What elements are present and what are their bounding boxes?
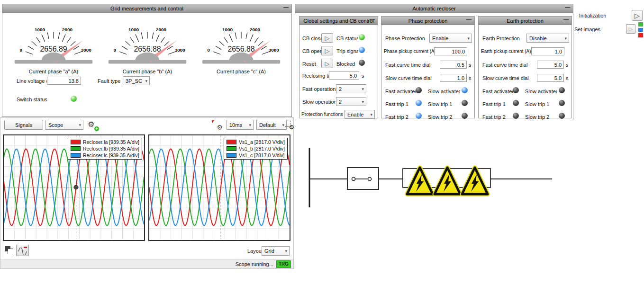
recloser-title: Automatic recloser	[412, 6, 455, 11]
svg-text:3000: 3000	[175, 47, 185, 53]
minimize-icon[interactable]: —	[283, 4, 289, 10]
reclosing-time-input[interactable]	[329, 71, 359, 80]
scope-legend: Vs1_a [2817.0 V/div] Vs1_b [2817.0 V/div…	[224, 138, 288, 160]
earth-pickup-input[interactable]	[531, 47, 564, 55]
cb-close-button[interactable]: ▷	[321, 33, 333, 43]
phase-fast-dial-label: Fast curve time dial	[385, 62, 430, 68]
chevron-down-icon: ▾	[247, 123, 253, 127]
chevron-down-icon: ▾	[143, 79, 149, 83]
sample-time-value: 10ms	[229, 122, 242, 128]
gauge-phase-a: 01000200030002656.89 Current phase "a" (…	[9, 20, 98, 74]
breaker-contact	[368, 178, 372, 181]
protection-functions-select[interactable]: Enable ▾	[345, 110, 375, 119]
hil-scada-workspace: Grid measurements and control — 01000200…	[0, 0, 644, 294]
fault-type-select[interactable]: 3P_SC ▾	[123, 76, 150, 85]
play-icon: ▷	[325, 47, 330, 54]
earth-protection-title: Earth protection	[507, 18, 544, 24]
reset-button[interactable]: ▷	[321, 59, 333, 68]
global-settings-titlebar: Global settings and CB control —	[299, 17, 378, 25]
earth-protection-panel: Earth protection — Earth Protection Disa…	[478, 16, 572, 118]
layout-select[interactable]: Grid ▾	[262, 246, 290, 256]
scope-plot-voltages[interactable]: Vs1_a [2817.0 V/div] Vs1_b [2817.0 V/div…	[148, 134, 290, 241]
fast-operations-value: 2	[339, 86, 342, 92]
minimize-icon[interactable]: —	[563, 17, 569, 22]
set-images-button[interactable]: ▷	[626, 24, 635, 34]
preset-value: Default	[259, 122, 276, 128]
minimize-icon[interactable]: —	[370, 17, 375, 22]
svg-text:2656.89: 2656.89	[40, 45, 67, 53]
scope-plot-currents[interactable]: Recloser.Ia [939.35 A/div] Recloser.Ib […	[3, 134, 145, 241]
phase-slow-trip2-led	[462, 113, 468, 119]
trigger-settings-button[interactable]: ⚙	[213, 121, 223, 131]
trip-signal-led	[359, 47, 365, 53]
scope-view-value: Scope	[48, 122, 63, 128]
earth-fast-activated-label: Fast activated	[482, 89, 515, 94]
cb-open-button[interactable]: ▷	[321, 46, 333, 55]
red-dash-icon	[24, 247, 27, 248]
merge-plots-icon[interactable]	[5, 246, 14, 255]
minimize-icon[interactable]: —	[466, 17, 472, 22]
signals-button-label: Signals	[15, 122, 32, 128]
add-scope-button[interactable]: ⚙ +	[88, 121, 98, 130]
reclosing-time-unit: s	[362, 73, 364, 79]
single-line-diagram	[306, 141, 554, 211]
series-swatch	[71, 146, 81, 151]
gauge-phase-c: 01000200030002656.88 Current phase "c" (…	[197, 20, 286, 74]
signals-button[interactable]: Signals	[4, 120, 43, 130]
legend-label: Recloser.Ic [939.35 A/div]	[83, 152, 139, 158]
earth-slow-dial-unit: s	[566, 75, 569, 81]
chevron-down-icon: ▾	[360, 87, 366, 91]
fast-operations-select[interactable]: 2 ▾	[336, 84, 366, 93]
slow-operations-label: Slow operations	[302, 99, 339, 105]
phase-pickup-input[interactable]	[434, 47, 467, 55]
switch-status-led	[71, 96, 77, 102]
earth-fast-dial-unit: s	[566, 62, 569, 68]
blocked-led	[359, 60, 365, 66]
earth-protection-enable-select[interactable]: Disable ▾	[526, 34, 569, 43]
scope-view-select[interactable]: Scope ▾	[45, 120, 83, 130]
gauge-phase-b: 01000200030002656.88 Current phase "b" (…	[103, 20, 192, 74]
earth-fast-dial-input[interactable]	[537, 61, 564, 69]
preset-select[interactable]: Default ▾	[256, 120, 287, 130]
capture-settings-button[interactable]: ⚙	[285, 121, 294, 130]
breaker-contact	[352, 178, 355, 181]
phase-protection-titlebar: Phase protection —	[381, 17, 474, 25]
layout-value: Grid	[264, 248, 274, 254]
phase-slow-activated-label: Slow activated	[428, 89, 460, 94]
earth-slow-activated-led	[559, 87, 565, 93]
protection-functions-value: Enable	[347, 112, 363, 117]
protection-functions-label: Protection functions	[301, 112, 343, 117]
chevron-down-icon: ▾	[465, 36, 472, 41]
series-swatch	[227, 146, 236, 151]
minimize-icon[interactable]: —	[565, 4, 570, 10]
phase-protection-enable-select[interactable]: Enable ▾	[429, 34, 472, 43]
cb-close-label: CB close	[302, 36, 323, 41]
earth-fast-activated-led	[513, 87, 519, 93]
line-voltage-input[interactable]	[47, 77, 81, 85]
signal-display-button[interactable]	[16, 245, 29, 256]
fault-type-label: Fault type	[98, 78, 120, 84]
svg-text:1000: 1000	[35, 27, 45, 32]
earth-slow-trip2-label: Slow trip 2	[525, 114, 549, 120]
initialization-button[interactable]: ▷	[632, 10, 643, 21]
slow-operations-select[interactable]: 2 ▾	[336, 97, 366, 106]
trigger-status-badge: TRG	[276, 260, 291, 268]
phase-fast-dial-input[interactable]	[440, 61, 467, 69]
earth-fast-trip1-led	[513, 100, 519, 106]
chevron-down-icon: ▾	[368, 112, 374, 117]
earth-slow-dial-input[interactable]	[537, 74, 564, 82]
cb-status-label: CB status	[336, 36, 358, 41]
global-settings-panel: Global settings and CB control — CB clos…	[299, 16, 378, 118]
svg-text:2000: 2000	[250, 27, 260, 32]
gear-icon: ⚙	[289, 124, 294, 130]
sample-time-select[interactable]: 10ms ▾	[227, 120, 254, 130]
fault-type-value: 3P_SC	[126, 78, 142, 84]
phase-fast-activated-led	[416, 87, 422, 93]
gear-icon: ⚙	[88, 120, 94, 128]
scope-status-bar: Scope running... TRG	[0, 259, 293, 268]
gauge-caption: Current phase "c" (A)	[197, 69, 286, 74]
trip-signal-label: Trip signa	[336, 48, 358, 54]
play-icon: ▷	[325, 60, 330, 67]
phase-slow-dial-input[interactable]	[440, 74, 467, 82]
svg-text:0: 0	[113, 47, 116, 53]
